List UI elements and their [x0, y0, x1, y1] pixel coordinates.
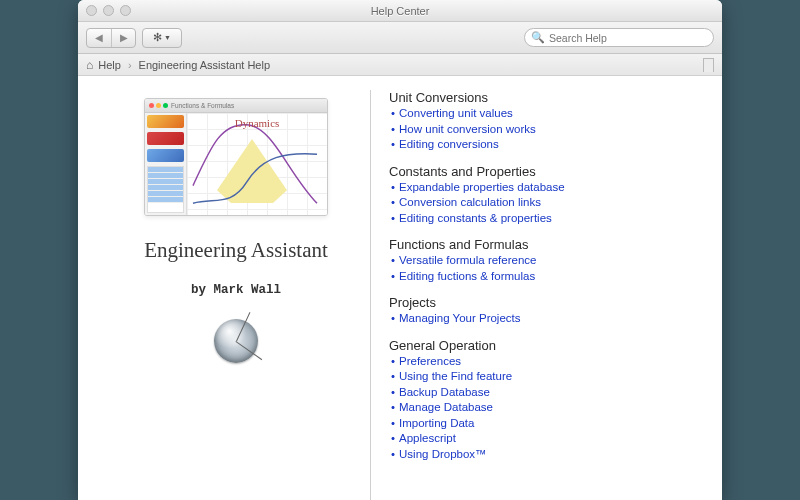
topic-link-item: •Versatile formula reference — [391, 253, 698, 269]
section-heading: General Operation — [389, 338, 698, 353]
bullet-icon: • — [391, 386, 395, 398]
topic-link-item: •Conversion calculation links — [391, 195, 698, 211]
topic-link[interactable]: Using the Find feature — [399, 370, 512, 382]
bullet-icon: • — [391, 107, 395, 119]
gear-icon: ✻ — [153, 31, 162, 44]
topic-link-item: •Managing Your Projects — [391, 311, 698, 327]
bullet-icon: • — [391, 196, 395, 208]
section-heading: Projects — [389, 295, 698, 310]
bullet-icon: • — [391, 212, 395, 224]
bullet-icon: • — [391, 432, 395, 444]
topics-column: Unit Conversions•Converting unit values•… — [375, 90, 698, 500]
thumb-titlebar: Functions & Formulas — [145, 99, 327, 113]
bullet-icon: • — [391, 270, 395, 282]
breadcrumb-root[interactable]: Help — [98, 59, 121, 71]
topic-link[interactable]: Importing Data — [399, 417, 474, 429]
topic-link[interactable]: Converting unit values — [399, 107, 513, 119]
topic-link-item: •Converting unit values — [391, 106, 698, 122]
topic-link-item: •Editing conversions — [391, 137, 698, 153]
nav-buttons: ◀ ▶ — [86, 28, 136, 48]
chevron-down-icon: ▼ — [164, 34, 171, 41]
topic-section: Functions and Formulas•Versatile formula… — [389, 237, 698, 284]
topic-link[interactable]: Manage Database — [399, 401, 493, 413]
topic-link[interactable]: Using Dropbox™ — [399, 448, 487, 460]
topic-link-item: •Applescript — [391, 431, 698, 447]
topic-link-item: •Expandable properties database — [391, 180, 698, 196]
search-input[interactable] — [549, 32, 707, 44]
bullet-icon: • — [391, 254, 395, 266]
action-menu-button[interactable]: ✻ ▼ — [142, 28, 182, 48]
hero-column: Functions & Formulas Dynamics — [102, 90, 370, 500]
topic-link[interactable]: Expandable properties database — [399, 181, 565, 193]
topic-section: Constants and Properties•Expandable prop… — [389, 164, 698, 227]
thumb-sidebar — [145, 113, 187, 215]
app-author: by Mark Wall — [191, 283, 281, 297]
app-emblem-icon — [214, 319, 258, 363]
section-heading: Constants and Properties — [389, 164, 698, 179]
breadcrumb: ⌂ Help › Engineering Assistant Help — [78, 54, 722, 76]
bullet-icon: • — [391, 401, 395, 413]
section-heading: Unit Conversions — [389, 90, 698, 105]
bullet-icon: • — [391, 181, 395, 193]
topic-link[interactable]: Applescript — [399, 432, 456, 444]
thumb-tab-label: Functions & Formulas — [171, 102, 234, 109]
bullet-icon: • — [391, 312, 395, 324]
breadcrumb-separator: › — [128, 59, 132, 71]
topic-link[interactable]: Conversion calculation links — [399, 196, 541, 208]
bullet-icon: • — [391, 417, 395, 429]
search-field[interactable]: 🔍 — [524, 28, 714, 47]
titlebar: Help Center — [78, 0, 722, 22]
topic-link[interactable]: Versatile formula reference — [399, 254, 536, 266]
bookmark-icon[interactable] — [703, 58, 714, 72]
bullet-icon: • — [391, 123, 395, 135]
topic-link[interactable]: Editing constants & properties — [399, 212, 552, 224]
thumb-graph: Dynamics — [187, 113, 327, 215]
traffic-lights — [78, 5, 131, 16]
back-button[interactable]: ◀ — [87, 29, 111, 47]
app-thumbnail: Functions & Formulas Dynamics — [144, 98, 328, 216]
window-title: Help Center — [78, 5, 722, 17]
help-window: Help Center ◀ ▶ ✻ ▼ 🔍 ⌂ Help › Engineeri… — [78, 0, 722, 500]
home-icon[interactable]: ⌂ — [86, 58, 93, 72]
topic-section: Projects•Managing Your Projects — [389, 295, 698, 327]
topic-link-item: •Editing fuctions & formulas — [391, 269, 698, 285]
topic-link[interactable]: Editing conversions — [399, 138, 499, 150]
app-title: Engineering Assistant — [144, 238, 328, 263]
topic-section: Unit Conversions•Converting unit values•… — [389, 90, 698, 153]
search-icon: 🔍 — [531, 31, 545, 44]
topic-link-item: •Using the Find feature — [391, 369, 698, 385]
bullet-icon: • — [391, 138, 395, 150]
bullet-icon: • — [391, 370, 395, 382]
topic-link-item: •Importing Data — [391, 416, 698, 432]
toolbar: ◀ ▶ ✻ ▼ 🔍 — [78, 22, 722, 54]
topic-link[interactable]: Editing fuctions & formulas — [399, 270, 535, 282]
topic-link[interactable]: Preferences — [399, 355, 461, 367]
breadcrumb-page[interactable]: Engineering Assistant Help — [139, 59, 270, 71]
topic-link-item: •Editing constants & properties — [391, 211, 698, 227]
zoom-icon[interactable] — [120, 5, 131, 16]
topic-link[interactable]: How unit conversion works — [399, 123, 536, 135]
section-heading: Functions and Formulas — [389, 237, 698, 252]
topic-link[interactable]: Backup Database — [399, 386, 490, 398]
topic-link-item: •Preferences — [391, 354, 698, 370]
bullet-icon: • — [391, 448, 395, 460]
content-area: Functions & Formulas Dynamics — [78, 76, 722, 500]
topic-link-item: •How unit conversion works — [391, 122, 698, 138]
bullet-icon: • — [391, 355, 395, 367]
thumb-graph-label: Dynamics — [187, 117, 327, 129]
forward-button[interactable]: ▶ — [111, 29, 135, 47]
topic-section: General Operation•Preferences•Using the … — [389, 338, 698, 463]
close-icon[interactable] — [86, 5, 97, 16]
topic-link-item: •Using Dropbox™ — [391, 447, 698, 463]
topic-link[interactable]: Managing Your Projects — [399, 312, 520, 324]
topic-link-item: •Backup Database — [391, 385, 698, 401]
column-divider — [370, 90, 371, 500]
minimize-icon[interactable] — [103, 5, 114, 16]
topic-link-item: •Manage Database — [391, 400, 698, 416]
